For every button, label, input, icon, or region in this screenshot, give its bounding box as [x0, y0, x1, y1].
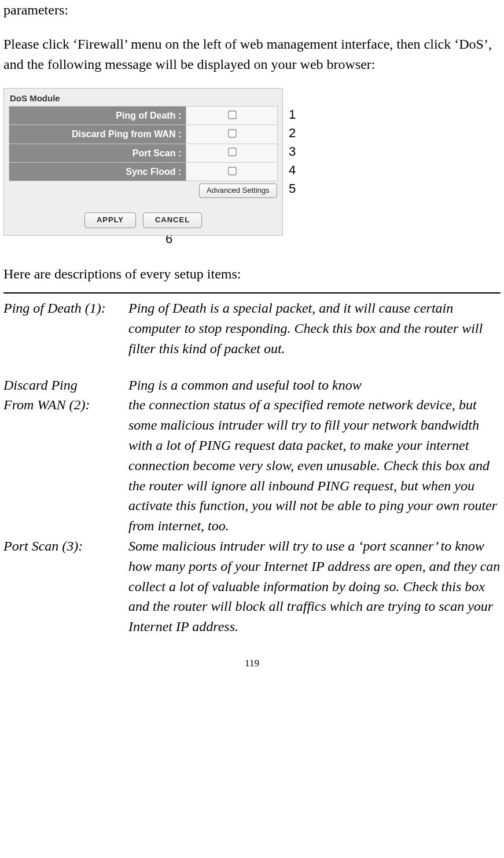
checkbox-sync-flood[interactable]: [228, 167, 236, 175]
annotation-3: 3: [289, 142, 296, 161]
dos-module-title: DoS Module: [9, 92, 278, 105]
label-discard-ping-wan: Discard Ping from WAN :: [9, 125, 186, 144]
item-discard-ping-line2: From WAN (2): the connection status of a…: [3, 395, 501, 536]
button-row: APPLY CANCEL: [9, 212, 278, 228]
item-port-scan-desc: Some malicious intruder will try to use …: [128, 536, 501, 637]
checkbox-port-scan[interactable]: [228, 148, 236, 156]
item-ping-of-death-desc: Ping of Death is a special packet, and i…: [128, 298, 501, 358]
item-discard-ping-desc-l1: Ping is a common and useful tool to know: [128, 375, 501, 395]
item-ping-of-death: Ping of Death (1): Ping of Death is a sp…: [3, 298, 501, 358]
annotation-column: 1 2 3 4 5: [289, 105, 296, 198]
row-advanced-settings: Advanced Settings: [9, 181, 278, 198]
cancel-button[interactable]: CANCEL: [143, 212, 202, 228]
dos-module-figure: DoS Module Ping of Death : Discard Ping …: [3, 88, 501, 235]
row-sync-flood: Sync Flood :: [9, 162, 278, 181]
dos-module-panel: DoS Module Ping of Death : Discard Ping …: [3, 88, 283, 235]
descriptions-heading: Here are descriptions of every setup ite…: [3, 264, 501, 284]
item-port-scan: Port Scan (3): Some malicious intruder w…: [3, 536, 501, 637]
annotation-5: 5: [289, 179, 296, 198]
page-number: 119: [3, 657, 501, 671]
row-discard-ping-wan: Discard Ping from WAN :: [9, 125, 278, 144]
annotation-1: 1: [289, 105, 296, 124]
row-ping-of-death: Ping of Death :: [9, 107, 278, 125]
row-port-scan: Port Scan :: [9, 144, 278, 162]
divider-rule: [3, 292, 501, 294]
advanced-settings-button[interactable]: Advanced Settings: [199, 184, 277, 198]
item-discard-ping-name-l2: From WAN (2):: [3, 395, 128, 536]
item-port-scan-name: Port Scan (3):: [3, 536, 128, 637]
annotation-2: 2: [289, 124, 296, 142]
label-sync-flood: Sync Flood :: [9, 162, 186, 181]
dos-module-table: Ping of Death : Discard Ping from WAN : …: [9, 106, 278, 199]
checkbox-discard-ping-wan[interactable]: [228, 130, 236, 138]
apply-button[interactable]: APPLY: [84, 212, 136, 228]
intro-fragment: parameters:: [3, 0, 501, 20]
label-ping-of-death: Ping of Death :: [9, 107, 186, 125]
checkbox-ping-of-death[interactable]: [228, 111, 236, 119]
item-discard-ping-desc-rest: the connection status of a specified rem…: [128, 395, 501, 536]
item-ping-of-death-name: Ping of Death (1):: [3, 298, 128, 358]
label-port-scan: Port Scan :: [9, 144, 186, 162]
annotation-4: 4: [289, 161, 296, 179]
item-discard-ping-name-l1: Discard Ping: [3, 375, 128, 395]
item-discard-ping-line1: Discard Ping Ping is a common and useful…: [3, 375, 501, 395]
instructions-paragraph: Please click ‘Firewall’ menu on the left…: [3, 34, 501, 75]
descriptions-table: Ping of Death (1): Ping of Death is a sp…: [3, 298, 501, 637]
